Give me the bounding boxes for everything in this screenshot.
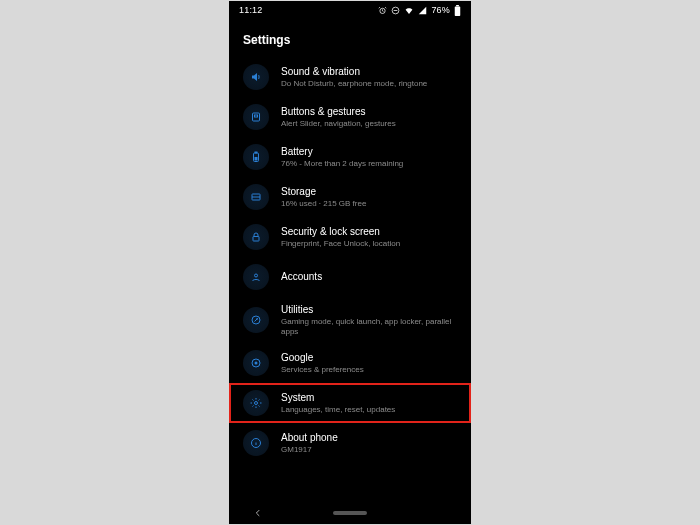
item-title: Battery <box>281 146 403 158</box>
accounts-icon <box>243 264 269 290</box>
settings-header: Settings <box>229 19 471 53</box>
item-title: Storage <box>281 186 366 198</box>
settings-list: Sound & vibration Do Not Disturb, earpho… <box>229 53 471 463</box>
utilities-icon <box>243 307 269 333</box>
nav-home-pill[interactable] <box>333 511 367 515</box>
item-title: About phone <box>281 432 338 444</box>
about-icon <box>243 430 269 456</box>
item-subtitle: Languages, time, reset, updates <box>281 405 395 415</box>
item-subtitle: Alert Slider, navigation, gestures <box>281 119 396 129</box>
nav-bar <box>229 502 471 524</box>
item-title: Buttons & gestures <box>281 106 396 118</box>
status-bar: 11:12 76% <box>229 1 471 19</box>
item-subtitle: 76% - More than 2 days remaining <box>281 159 403 169</box>
settings-item-security[interactable]: Security & lock screen Fingerprint, Face… <box>229 217 471 257</box>
settings-item-accounts[interactable]: Accounts <box>229 257 471 297</box>
svg-rect-3 <box>456 5 459 6</box>
svg-point-11 <box>255 274 258 277</box>
settings-item-about[interactable]: About phone GM1917 <box>229 423 471 463</box>
item-title: Google <box>281 352 364 364</box>
phone-screen: 11:12 76% Settings <box>229 1 471 524</box>
item-title: Sound & vibration <box>281 66 427 78</box>
page-title: Settings <box>243 33 457 47</box>
battery-percentage: 76% <box>431 5 450 15</box>
alarm-icon <box>378 6 387 15</box>
google-icon <box>243 350 269 376</box>
svg-rect-5 <box>255 115 258 117</box>
item-title: System <box>281 392 395 404</box>
item-subtitle: GM1917 <box>281 445 338 455</box>
item-subtitle: Fingerprint, Face Unlock, location <box>281 239 400 249</box>
status-icons: 76% <box>378 5 461 16</box>
wifi-icon <box>404 6 414 15</box>
settings-item-storage[interactable]: Storage 16% used · 215 GB free <box>229 177 471 217</box>
buttons-icon <box>243 104 269 130</box>
settings-item-sound[interactable]: Sound & vibration Do Not Disturb, earpho… <box>229 57 471 97</box>
settings-item-system[interactable]: System Languages, time, reset, updates <box>229 383 471 423</box>
battery-icon <box>454 5 461 16</box>
item-title: Accounts <box>281 271 322 283</box>
dnd-icon <box>391 6 400 15</box>
item-title: Utilities <box>281 304 457 316</box>
svg-rect-8 <box>255 157 258 161</box>
signal-icon <box>418 6 427 15</box>
item-subtitle: Gaming mode, quick launch, app locker, p… <box>281 317 457 336</box>
settings-item-battery[interactable]: Battery 76% - More than 2 days remaining <box>229 137 471 177</box>
svg-point-14 <box>255 362 258 365</box>
status-time: 11:12 <box>239 5 263 15</box>
svg-point-15 <box>255 402 258 405</box>
svg-rect-7 <box>255 152 257 153</box>
nav-back-button[interactable] <box>253 508 263 518</box>
lock-icon <box>243 224 269 250</box>
storage-icon <box>243 184 269 210</box>
settings-item-buttons[interactable]: Buttons & gestures Alert Slider, navigat… <box>229 97 471 137</box>
system-icon <box>243 390 269 416</box>
settings-item-google[interactable]: Google Services & preferences <box>229 343 471 383</box>
svg-rect-10 <box>253 237 259 242</box>
item-subtitle: Services & preferences <box>281 365 364 375</box>
item-subtitle: 16% used · 215 GB free <box>281 199 366 209</box>
item-title: Security & lock screen <box>281 226 400 238</box>
item-subtitle: Do Not Disturb, earphone mode, ringtone <box>281 79 427 89</box>
svg-rect-2 <box>455 6 461 16</box>
settings-item-utilities[interactable]: Utilities Gaming mode, quick launch, app… <box>229 297 471 343</box>
battery-menu-icon <box>243 144 269 170</box>
sound-icon <box>243 64 269 90</box>
